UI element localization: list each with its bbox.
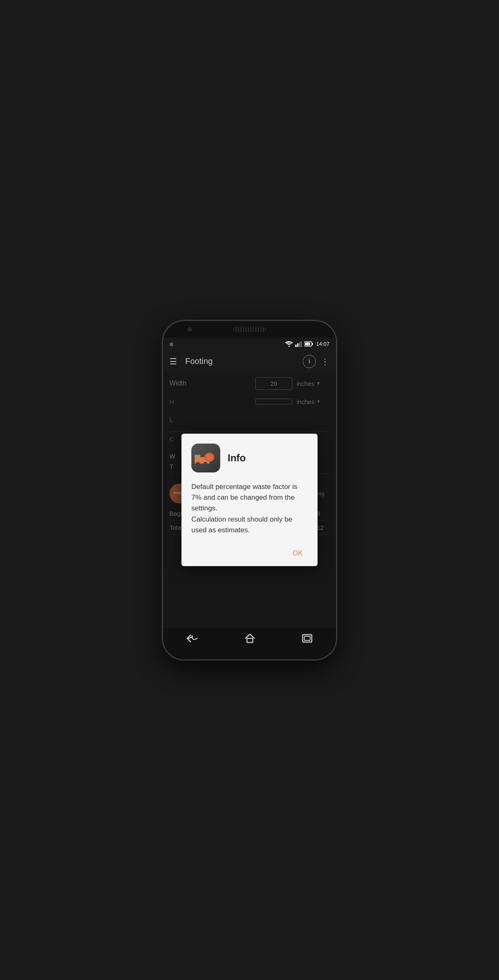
svg-rect-10 [195,456,200,458]
svg-rect-20 [304,636,310,640]
status-bar: ▦ ⚡ 14:07 [163,338,336,351]
dialog-overlay: Info Default percentage waste factor is … [163,372,336,628]
svg-rect-18 [247,638,253,642]
recents-icon [302,634,313,643]
dialog-body-line2: Calculation result should only be used a… [191,515,292,534]
phone-shell: ▦ ⚡ 14:07 ☰ [163,321,336,659]
dialog-icon-container [191,444,220,472]
svg-rect-1 [297,343,299,347]
signal-icon [295,341,302,347]
keyboard-icon: ▦ [169,342,174,346]
dialog-body-line1: Default percentage waste factor is 7% an… [191,483,297,512]
more-button[interactable]: ⋮ [321,357,330,366]
home-icon [245,633,255,643]
recents-button[interactable] [294,631,321,649]
ok-button[interactable]: OK [288,547,308,560]
app-title: Footing [185,357,298,366]
svg-rect-6 [312,343,313,345]
front-camera [188,327,192,331]
info-dialog: Info Default percentage waste factor is … [181,434,318,567]
svg-rect-0 [295,345,297,347]
wifi-icon [285,341,293,347]
svg-rect-3 [301,341,302,347]
status-right: ⚡ 14:07 [285,341,330,347]
truck-icon [194,449,218,467]
home-button[interactable] [236,630,264,649]
speaker-grille [233,326,266,332]
dialog-header: Info [191,444,308,472]
battery-icon: ⚡ [304,341,313,347]
status-left: ▦ [169,342,174,346]
info-button[interactable]: i [303,355,316,368]
back-button[interactable] [178,631,206,648]
back-icon [186,634,198,642]
app-bar: ☰ Footing i ⋮ [163,351,336,372]
main-content: Width 20 inches ▼ H inches ▼ L C [163,372,336,628]
svg-rect-2 [299,342,300,347]
dialog-title: Info [228,452,246,464]
dialog-body: Default percentage waste factor is 7% an… [191,482,308,536]
phone-bottom-bar [163,651,336,659]
svg-text:⚡: ⚡ [306,342,311,346]
menu-icon[interactable]: ☰ [169,357,177,366]
info-icon: i [308,358,310,365]
nav-bar [163,628,336,651]
clock: 14:07 [316,341,330,347]
dialog-actions: OK [191,544,308,560]
phone-top-bar [163,321,336,338]
